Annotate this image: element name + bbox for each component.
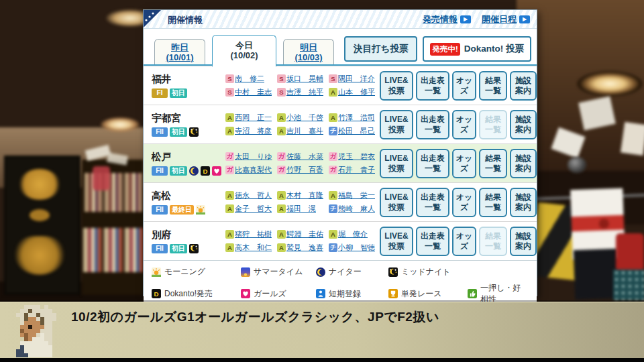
racer: ガ石井 貴子 (329, 165, 380, 175)
legend-item: モーニング (152, 266, 241, 278)
racer-link[interactable]: 吉澤 純平 (286, 87, 323, 97)
venue-actions: LIVE&投票出走表一覧オッズ結果一覧施設案内 (380, 149, 537, 178)
odds-button[interactable]: オッズ (452, 71, 476, 101)
live-vote-button[interactable]: LIVE&投票 (380, 149, 413, 178)
sales-info-link[interactable]: 発売情報 ▶ (423, 13, 471, 25)
racer-link[interactable]: 吉川 嘉斗 (286, 126, 323, 136)
tab-label: 明日 (300, 43, 317, 53)
facility-info-button[interactable]: 施設案内 (510, 71, 537, 101)
racer: A寺沼 将彦 (225, 126, 277, 136)
racer: ガ佐藤 水菜 (277, 152, 329, 162)
dokanto-label: Dokanto! 投票 (464, 43, 524, 55)
dokanto-icon: D (152, 289, 161, 298)
class-badge: A (277, 113, 286, 122)
tab-label: 昨日 (171, 43, 189, 53)
racer-link[interactable]: 佐藤 水菜 (286, 152, 323, 162)
day-badge: 初日 (170, 166, 187, 176)
legend-label: ミッドナイト (401, 266, 451, 278)
live-vote-button[interactable]: LIVE&投票 (380, 227, 413, 256)
live-vote-button[interactable]: LIVE&投票 (380, 188, 413, 217)
odds-button[interactable]: オッズ (452, 149, 476, 178)
racer-grid: A猪狩 祐樹A鰐淵 圭佑A堀 僚介A高木 和仁A鷲見 逸喜チ小柳 智徳 (225, 229, 380, 253)
live-vote-button[interactable]: LIVE&投票 (380, 71, 413, 101)
race-card-list-button[interactable]: 出走表一覧 (416, 227, 449, 256)
racer-link[interactable]: 隅田 洋介 (338, 74, 375, 84)
racer-link[interactable]: 徳永 哲人 (235, 190, 272, 200)
racer-link[interactable]: 竹澤 浩司 (338, 113, 375, 123)
day-badge: 最終日 (170, 205, 194, 215)
odds-button[interactable]: オッズ (452, 188, 476, 217)
venue-name: 松戸 (152, 151, 225, 164)
poster-art (15, 236, 64, 275)
race-card-list-button[interactable]: 出走表一覧 (416, 149, 449, 178)
racer-link[interactable]: 山本 修平 (338, 87, 375, 97)
racer-link[interactable]: 鰐淵 圭佑 (286, 229, 323, 239)
red-garment (616, 233, 644, 272)
racer-link[interactable]: 福田 滉 (286, 204, 316, 214)
odds-button[interactable]: オッズ (452, 110, 476, 139)
racer-link[interactable]: 比嘉真梨代 (235, 165, 272, 175)
racer-link[interactable]: 猪狩 祐樹 (235, 229, 272, 239)
svg-text:D: D (154, 290, 159, 298)
racer-link[interactable]: 竹野 百香 (286, 165, 323, 175)
racer-link[interactable]: 福島 栄一 (338, 190, 375, 200)
facility-info-button[interactable]: 施設案内 (510, 149, 537, 178)
racer: A吉川 嘉斗 (277, 126, 329, 136)
kimeuchi-vote-button[interactable]: 決目打ち投票 (344, 36, 417, 62)
racer-link[interactable]: 寺沼 将彦 (235, 126, 272, 136)
racer-link[interactable]: 松田 昂己 (338, 126, 375, 136)
racer: A金子 哲大 (225, 204, 277, 214)
race-card-list-button[interactable]: 出走表一覧 (416, 188, 449, 217)
venue-actions: LIVE&投票出走表一覧オッズ結果一覧施設案内 (380, 110, 537, 139)
race-card-list-button[interactable]: 出走表一覧 (416, 71, 449, 101)
character-portrait (16, 305, 64, 357)
dokanto-vote-button[interactable]: 発売中! Dokanto! 投票 (423, 36, 531, 62)
on-sale-badge: 発売中! (430, 43, 460, 56)
tab-today[interactable]: 今日(10/02) (212, 35, 276, 67)
grade-badge: FII (152, 205, 168, 215)
racer-link[interactable]: 熊崎 麻人 (338, 204, 375, 214)
tab-tomorrow[interactable]: 明日(10/03) (283, 39, 334, 66)
racer-link[interactable]: 小池 千啓 (286, 113, 323, 123)
racer-link[interactable]: 鷲見 逸喜 (286, 243, 323, 253)
results-list-button[interactable]: 結果一覧 (479, 188, 507, 217)
facility-info-button[interactable]: 施設案内 (510, 227, 537, 256)
results-list-button[interactable]: 結果一覧 (479, 71, 507, 101)
racer-link[interactable]: 南 修二 (235, 74, 264, 84)
legend-label: 単発レース (401, 288, 442, 300)
racer-link[interactable]: 木村 直隆 (286, 190, 323, 200)
live-vote-button[interactable]: LIVE&投票 (380, 110, 413, 139)
legend-label: モーニング (164, 266, 205, 278)
facility-info-button[interactable]: 施設案内 (510, 110, 537, 139)
hanging-ornament (93, 166, 110, 190)
class-badge: A (329, 88, 337, 97)
racer-link[interactable]: 小柳 智徳 (338, 243, 375, 253)
racer-link[interactable]: 石井 貴子 (338, 165, 375, 175)
facility-info-button[interactable]: 施設案内 (510, 188, 537, 217)
racer-link[interactable]: 中村 圭志 (235, 87, 272, 97)
arrow-right-icon: ▶ (519, 15, 530, 23)
racer-link[interactable]: 太田 りゆ (235, 152, 272, 162)
class-badge: A (225, 243, 234, 252)
legend-row: モーニングサマータイムナイターミッドナイト (152, 266, 529, 278)
racer-link[interactable]: 金子 哲大 (235, 204, 272, 214)
panel-header: 開催情報 発売情報 ▶ 開催日程 ▶ (144, 10, 537, 29)
racer-link[interactable]: 堀 僚介 (338, 229, 368, 239)
girls-icon (212, 166, 221, 176)
racer-link[interactable]: 高木 和仁 (235, 243, 272, 253)
class-badge: ガ (329, 152, 337, 161)
odds-button[interactable]: オッズ (452, 227, 476, 256)
legend-item: 単発レース (388, 288, 468, 300)
schedule-link[interactable]: 開催日程 ▶ (482, 13, 530, 25)
racer-link[interactable]: 児玉 碧衣 (338, 152, 375, 162)
legend-label: ガールズ (254, 288, 286, 300)
venue-badges: FII初日D (152, 166, 225, 176)
racer-link[interactable]: 西岡 正一 (235, 113, 272, 123)
race-card-list-button[interactable]: 出走表一覧 (416, 110, 449, 139)
venue-badges: FII初日 (152, 244, 225, 253)
tab-yesterday[interactable]: 昨日(10/01) (154, 39, 205, 66)
venue-badges: FII最終日 (152, 205, 225, 215)
class-badge: A (277, 230, 286, 239)
racer-link[interactable]: 坂口 晃輔 (286, 74, 323, 84)
results-list-button[interactable]: 結果一覧 (479, 149, 507, 178)
